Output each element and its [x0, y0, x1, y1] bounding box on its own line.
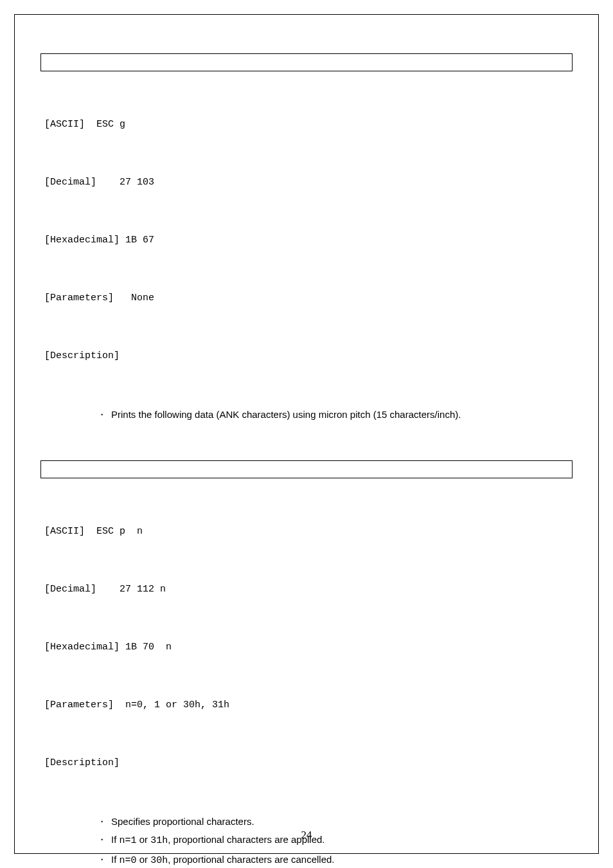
spec-block: [ASCII] ESC g [Decimal] 27 103 [Hexadeci… — [40, 77, 573, 404]
params-line: [Parameters] None — [44, 289, 573, 308]
page-frame: [ASCII] ESC g [Decimal] 27 103 [Hexadeci… — [14, 14, 599, 854]
hex-line: [Hexadecimal] 1B 67 — [44, 231, 573, 250]
bullet-text: Specifies proportional characters. — [111, 816, 254, 827]
ascii-line: [ASCII] ESC g — [44, 115, 573, 134]
list-item: ・ Prints the following data (ANK charact… — [111, 406, 573, 424]
bullet-text: If n=0 or 30h, proportional characters a… — [111, 854, 335, 865]
ascii-line: [ASCII] ESC p n — [44, 522, 573, 541]
desc-label: [Description] — [44, 347, 573, 366]
list-item: ・ Specifies proportional characters. — [111, 813, 573, 831]
bullet-text: Prints the following data (ANK character… — [111, 409, 461, 420]
command-box — [40, 53, 573, 71]
hex-line: [Hexadecimal] 1B 70 n — [44, 638, 573, 657]
decimal-line: [Decimal] 27 103 — [44, 173, 573, 192]
bullet-icon: ・ — [97, 813, 107, 831]
bullet-icon: ・ — [97, 406, 107, 424]
command-box — [40, 460, 573, 478]
params-line: [Parameters] n=0, 1 or 30h, 31h — [44, 696, 573, 715]
page-number: 24 — [15, 829, 598, 842]
bullet-icon: ・ — [97, 851, 107, 869]
spec-block: [ASCII] ESC p n [Decimal] 27 112 n [Hexa… — [40, 484, 573, 811]
desc-label: [Description] — [44, 754, 573, 773]
description-list: ・ Prints the following data (ANK charact… — [40, 406, 573, 424]
decimal-line: [Decimal] 27 112 n — [44, 580, 573, 599]
list-item: ・ If n=0 or 30h, proportional characters… — [111, 851, 573, 869]
page-outer: [ASCII] ESC g [Decimal] 27 103 [Hexadeci… — [0, 0, 613, 868]
